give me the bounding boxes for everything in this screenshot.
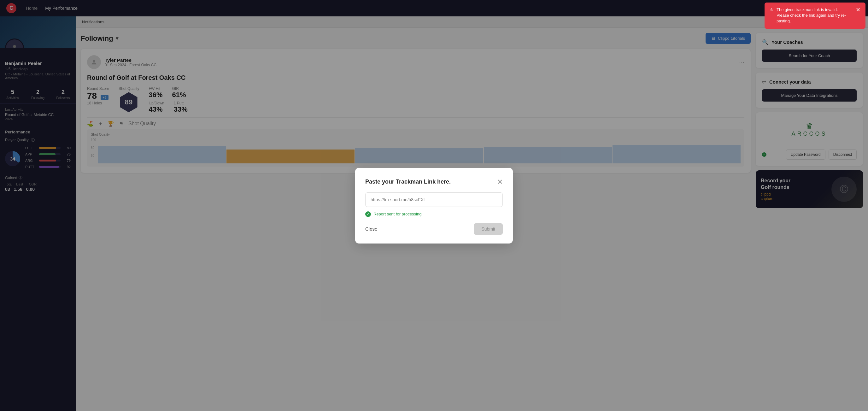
trackman-link-input[interactable] — [365, 192, 503, 207]
modal-footer: Close Submit — [365, 223, 503, 235]
modal-header: Paste your Trackman Link here. ✕ — [365, 178, 503, 186]
modal-success-message: ✓ Report sent for processing — [365, 211, 503, 217]
modal-submit-button[interactable]: Submit — [474, 223, 503, 235]
modal-close-x-button[interactable]: ✕ — [497, 178, 503, 186]
toast-close-button[interactable]: ✕ — [856, 7, 861, 12]
modal-overlay[interactable]: Paste your Trackman Link here. ✕ ✓ Repor… — [0, 0, 868, 411]
success-checkmark-icon: ✓ — [365, 211, 371, 217]
success-text: Report sent for processing — [373, 212, 422, 216]
error-toast: ⚠ The given trackman link is invalid. Pl… — [765, 2, 866, 29]
toast-message: The given trackman link is invalid. Plea… — [777, 7, 850, 24]
trackman-modal: Paste your Trackman Link here. ✕ ✓ Repor… — [355, 168, 513, 244]
toast-warning-icon: ⚠ — [770, 7, 773, 12]
modal-title: Paste your Trackman Link here. — [365, 179, 451, 185]
modal-close-button[interactable]: Close — [365, 226, 377, 231]
